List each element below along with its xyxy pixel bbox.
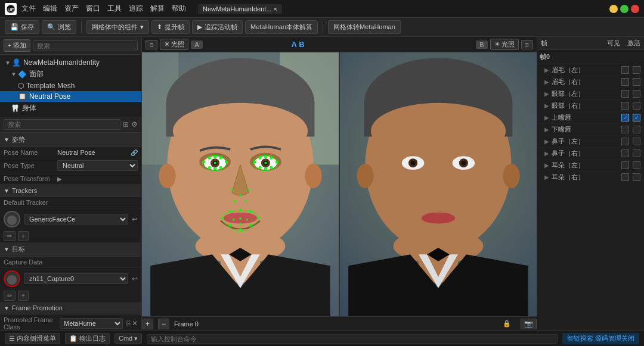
- network-components-button[interactable]: 网格体中的组件 ▾: [86, 20, 149, 34]
- properties-search-input[interactable]: [4, 119, 120, 130]
- tracker-select[interactable]: GenericFaceCe: [24, 214, 128, 225]
- menu-file[interactable]: 文件: [21, 4, 36, 14]
- menu-help[interactable]: 帮助: [172, 4, 186, 14]
- add-button[interactable]: + 添加: [4, 39, 30, 52]
- pose-type-select[interactable]: Neutral: [57, 160, 138, 171]
- capture-add-button[interactable]: +: [18, 291, 29, 301]
- trackers-section-header[interactable]: ▼ Trackers: [0, 185, 141, 197]
- rp-active-check[interactable]: [633, 173, 640, 181]
- fp-delete-button[interactable]: ✕: [132, 319, 138, 328]
- section-arrow: ▼: [4, 136, 10, 143]
- camera-button[interactable]: 📷: [521, 319, 537, 329]
- tree-item-body[interactable]: 🦷 身体: [0, 102, 141, 114]
- chevron-down-icon: ▾: [140, 23, 144, 31]
- rp-visible-check[interactable]: [621, 114, 629, 121]
- tree-item-neutral-pose[interactable]: 🔲 Neutral Pose: [0, 91, 141, 102]
- menu-window[interactable]: 窗口: [86, 4, 100, 14]
- rp-visible-check[interactable]: [621, 161, 629, 169]
- tree-item-root[interactable]: ▼ 👤 NewMetaHumanIdentity: [0, 57, 141, 68]
- window-controls[interactable]: [609, 5, 639, 13]
- menu-solve[interactable]: 解算: [150, 4, 165, 14]
- viewport-left[interactable]: [142, 52, 340, 316]
- settings-button[interactable]: ⚙: [131, 120, 138, 129]
- tree-item-face[interactable]: ▼ 🔷 面部: [0, 68, 141, 80]
- boost-button[interactable]: ⬆ 提升帧: [151, 20, 190, 34]
- menu-icon: ☰: [9, 335, 15, 342]
- rp-active-check[interactable]: [633, 161, 640, 169]
- menu-bar[interactable]: 文件 编辑 资产 窗口 工具 追踪 解算 帮助: [21, 4, 186, 14]
- rp-item-arrow: ▶: [544, 162, 549, 169]
- rp-active-check[interactable]: [633, 90, 640, 98]
- default-tracker-row: ⬤ GenericFaceCe ↩: [0, 208, 141, 230]
- viewport-menu-btn-right[interactable]: ≡: [521, 40, 533, 49]
- lighting-btn-left[interactable]: ☀ 光照: [160, 39, 188, 50]
- rp-active-check[interactable]: [633, 66, 640, 74]
- close-button[interactable]: [631, 5, 639, 13]
- metahuman-calc-button[interactable]: MetaHuman本体解算: [245, 20, 318, 34]
- tracker-reset-button[interactable]: ↩: [132, 215, 138, 223]
- svg-point-43: [239, 194, 242, 197]
- viewport-header: ≡ ☀ 光照 A A B B ☀ 光照 ≡: [142, 37, 537, 52]
- rp-visible-check[interactable]: [621, 78, 629, 86]
- frame-promotion-header[interactable]: ▼ Frame Promotion: [0, 302, 141, 314]
- track-activity-button[interactable]: ▶ 追踪活动帧: [192, 20, 243, 34]
- rp-visible-check[interactable]: [621, 138, 629, 145]
- rp-visible-check[interactable]: [621, 173, 629, 181]
- rp-active-check[interactable]: [633, 149, 640, 157]
- menu-track[interactable]: 追踪: [129, 4, 143, 14]
- rp-active-check[interactable]: [633, 114, 640, 121]
- cmd-dropdown-button[interactable]: Cmd ▾: [114, 333, 142, 344]
- rp-frame-section: 帧0: [537, 50, 644, 64]
- rp-visible-check[interactable]: [621, 90, 629, 98]
- grid-view-button[interactable]: ⊞: [123, 120, 129, 129]
- output-log-button[interactable]: 📋 输出日志: [65, 333, 110, 344]
- rp-active-check[interactable]: [633, 126, 640, 133]
- fp-class-select[interactable]: MetaHume: [60, 318, 123, 329]
- capture-select[interactable]: zh11_Capture0: [24, 273, 128, 284]
- svg-point-58: [240, 223, 242, 225]
- viewport-menu-btn-left[interactable]: ≡: [145, 40, 157, 49]
- maximize-button[interactable]: [620, 5, 628, 13]
- menu-tools[interactable]: 工具: [107, 4, 122, 14]
- tree-item-template-mesh[interactable]: ⬡ Template Mesh: [0, 80, 141, 91]
- lighting-btn-right[interactable]: ☀ 光照: [490, 39, 519, 50]
- viewport-right[interactable]: [340, 52, 537, 316]
- panel-search-input[interactable]: [33, 40, 138, 51]
- default-tracker-label-row: Default Tracker: [0, 197, 141, 208]
- pose-type-label: Pose Type: [4, 162, 57, 169]
- editor-tab[interactable]: NewMetaHumanIdent... ×: [198, 4, 282, 14]
- save-button[interactable]: 💾 保存: [5, 20, 39, 34]
- viewport-ab-label: A B: [288, 39, 308, 49]
- separator-2: [323, 21, 323, 33]
- tracker-edit-button[interactable]: ✏: [4, 231, 16, 241]
- browse-button[interactable]: 🔍 浏览: [42, 20, 76, 34]
- svg-point-26: [219, 157, 222, 159]
- rp-active-check[interactable]: [633, 138, 640, 145]
- rp-item-name: 眉毛（右）: [552, 77, 620, 86]
- pose-section-header[interactable]: ▼ 姿势: [0, 133, 141, 147]
- rp-item: ▶ 眉毛（右）: [537, 76, 644, 88]
- right-panel-header: 帧 可见 激活: [537, 37, 644, 50]
- capture-edit-button[interactable]: ✏: [4, 291, 16, 301]
- minimize-button[interactable]: [609, 5, 618, 13]
- rp-visible-check[interactable]: [621, 149, 629, 157]
- content-menu-button[interactable]: ☰ 内容侧滑菜单: [5, 333, 60, 344]
- cmd-input[interactable]: [147, 334, 558, 344]
- rp-visible-check[interactable]: [621, 102, 629, 110]
- rp-active-check[interactable]: [633, 102, 640, 110]
- tracker-add-button[interactable]: +: [18, 231, 29, 241]
- mesh-metahuman-button[interactable]: 网格体转MetaHuman: [328, 20, 401, 34]
- menu-asset[interactable]: 资产: [64, 4, 79, 14]
- svg-point-27: [225, 161, 228, 163]
- target-section-header[interactable]: ▼ 目标: [0, 242, 141, 257]
- lock-icon: 🔒: [503, 320, 511, 328]
- menu-edit[interactable]: 编辑: [43, 4, 57, 14]
- capture-reset-button[interactable]: ↩: [132, 275, 138, 283]
- rp-active-check[interactable]: [633, 78, 640, 86]
- rp-visible-check[interactable]: [621, 126, 629, 133]
- remove-frame-button[interactable]: −: [158, 319, 169, 329]
- svg-point-52: [249, 224, 252, 226]
- fp-copy-button[interactable]: ⎘: [126, 319, 131, 328]
- add-frame-button[interactable]: +: [142, 319, 153, 329]
- rp-visible-check[interactable]: [621, 66, 629, 74]
